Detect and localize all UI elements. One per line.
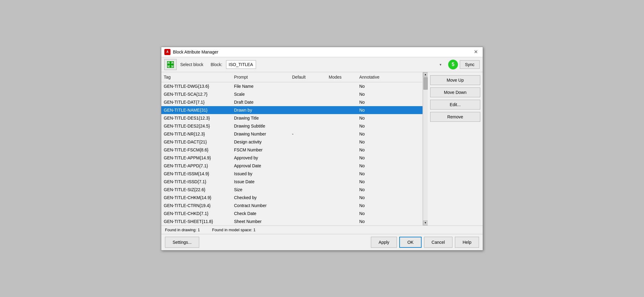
table-cell-default: [290, 107, 326, 113]
remove-button[interactable]: Remove: [430, 112, 480, 122]
sync-badge: 5: [448, 60, 458, 69]
table-cell-prompt: Drawing Title: [232, 115, 290, 121]
title-bar-left: A Block Attribute Manager: [164, 49, 218, 55]
table-cell-tag: GEN-TITLE-SIZ{22.6}: [161, 186, 232, 193]
cancel-button[interactable]: Cancel: [424, 237, 453, 248]
table-cell-annotative: No: [357, 186, 423, 193]
table-cell-default: [290, 210, 326, 217]
bottom-right: Apply OK Cancel Help: [371, 237, 479, 248]
table-row[interactable]: GEN-TITLE-ISSM{14.9}Issued byNo: [161, 170, 423, 178]
close-button[interactable]: ✕: [472, 49, 480, 55]
block-dropdown[interactable]: ISO_TITLEA: [226, 60, 256, 69]
table-cell-default: [290, 91, 326, 98]
table-row[interactable]: GEN-TITLE-DWG{13.6}File NameNo: [161, 82, 423, 90]
table-cell-modes: [326, 83, 357, 90]
table-row[interactable]: GEN-TITLE-CTRN{19.4}Contract NumberNo: [161, 202, 423, 210]
table-cell-default: [290, 115, 326, 121]
table-row[interactable]: GEN-TITLE-SIZ{22.6}SizeNo: [161, 186, 423, 194]
select-block-label: Select block: [180, 62, 203, 67]
settings-button[interactable]: Settings...: [165, 237, 199, 248]
ok-button[interactable]: OK: [399, 237, 421, 248]
table-cell-tag: GEN-TITLE-SHEET{11.8}: [161, 218, 232, 225]
table-cell-default: [290, 139, 326, 145]
table-cell-prompt: Issue Date: [232, 178, 290, 185]
table-cell-annotative: No: [357, 107, 423, 113]
table-cell-tag: GEN-TITLE-ISSM{14.9}: [161, 170, 232, 177]
status-bar: Found in drawing: 1 Found in model space…: [161, 225, 483, 234]
bottom-left: Settings...: [165, 237, 199, 248]
select-block-button[interactable]: [164, 59, 177, 70]
table-cell-annotative: No: [357, 218, 423, 225]
table-row[interactable]: GEN-TITLE-DACT{21}Design activityNo: [161, 138, 423, 146]
table-cell-annotative: No: [357, 83, 423, 90]
table-cell-modes: [326, 202, 357, 209]
table-cell-prompt: Drawing Subtitle: [232, 123, 290, 129]
block-field-label: Block:: [210, 62, 222, 67]
table-row[interactable]: GEN-TITLE-APPM{14.9}Approved byNo: [161, 154, 423, 162]
table-cell-annotative: No: [357, 202, 423, 209]
table-cell-annotative: No: [357, 139, 423, 145]
block-dropdown-wrapper[interactable]: ISO_TITLEA: [226, 60, 445, 69]
main-area: Tag Prompt Default Modes Annotative GEN-…: [161, 72, 483, 225]
header-tag: Tag: [161, 73, 232, 81]
table-cell-modes: [326, 131, 357, 137]
table-row[interactable]: GEN-TITLE-CHKM{14.9}Checked byNo: [161, 194, 423, 202]
table-row[interactable]: GEN-TITLE-NR{12.3}Drawing Number-No: [161, 130, 423, 138]
table-cell-annotative: No: [357, 154, 423, 161]
sync-wrapper: 5 Sync: [448, 60, 480, 69]
table-row[interactable]: GEN-TITLE-DAT{7.1}Draft DateNo: [161, 98, 423, 106]
table-cell-tag: GEN-TITLE-DWG{13.6}: [161, 83, 232, 90]
scroll-up-button[interactable]: ▲: [423, 72, 428, 77]
header-modes: Modes: [326, 73, 357, 81]
toolbar: Select block Block: ISO_TITLEA 5 Sync: [161, 57, 483, 72]
header-prompt: Prompt: [232, 73, 290, 81]
table-cell-tag: GEN-TITLE-DACT{21}: [161, 139, 232, 145]
table-row[interactable]: GEN-TITLE-DES1{12.3}Drawing TitleNo: [161, 114, 423, 122]
table-cell-modes: [326, 194, 357, 201]
table-cell-modes: [326, 210, 357, 217]
table-cell-prompt: Size: [232, 186, 290, 193]
table-cell-modes: [326, 162, 357, 169]
table-row[interactable]: GEN-TITLE-SCA{12.7}ScaleNo: [161, 90, 423, 98]
table-cell-annotative: No: [357, 91, 423, 98]
table-row[interactable]: GEN-TITLE-ISSD{7.1}Issue DateNo: [161, 178, 423, 186]
scrollbar[interactable]: ▲ ▼: [423, 72, 428, 225]
sync-button[interactable]: Sync: [460, 60, 480, 69]
table-cell-prompt: Sheet Number: [232, 218, 290, 225]
table-cell-prompt: Approved by: [232, 154, 290, 161]
table-row[interactable]: GEN-TITLE-CHKD{7.1}Check DateNo: [161, 210, 423, 217]
scroll-track[interactable]: [423, 77, 428, 221]
table-row[interactable]: GEN-TITLE-DES2{24.5}Drawing SubtitleNo: [161, 122, 423, 130]
table-row[interactable]: GEN-TITLE-SHEET{11.8}Sheet NumberNo: [161, 217, 423, 225]
scroll-thumb[interactable]: [423, 77, 428, 90]
table-cell-prompt: File Name: [232, 83, 290, 90]
table-cell-modes: [326, 186, 357, 193]
table-cell-annotative: No: [357, 170, 423, 177]
table-cell-modes: [326, 154, 357, 161]
move-down-button[interactable]: Move Down: [430, 87, 480, 97]
table-cell-tag: GEN-TITLE-ISSD{7.1}: [161, 178, 232, 185]
table-cell-tag: GEN-TITLE-CTRN{19.4}: [161, 202, 232, 209]
table-cell-prompt: Design activity: [232, 139, 290, 145]
table-cell-prompt: Issued by: [232, 170, 290, 177]
table-cell-default: [290, 147, 326, 153]
move-up-button[interactable]: Move Up: [430, 75, 480, 85]
table-row[interactable]: GEN-TITLE-NAME{31}Drawn byNo: [161, 106, 423, 114]
scroll-down-button[interactable]: ▼: [423, 221, 428, 225]
table-cell-annotative: No: [357, 162, 423, 169]
apply-button[interactable]: Apply: [371, 237, 397, 248]
table-cell-tag: GEN-TITLE-APPD{7.1}: [161, 162, 232, 169]
table-row[interactable]: GEN-TITLE-FSCM{8.6}FSCM NumberNo: [161, 146, 423, 154]
help-button[interactable]: Help: [455, 237, 479, 248]
table-cell-tag: GEN-TITLE-DES1{12.3}: [161, 115, 232, 121]
table-cell-prompt: Check Date: [232, 210, 290, 217]
table-cell-default: [290, 123, 326, 129]
table-cell-prompt: Approval Date: [232, 162, 290, 169]
table-cell-default: -: [290, 131, 326, 137]
table-cell-default: [290, 83, 326, 90]
table-cell-default: [290, 218, 326, 225]
table-header: Tag Prompt Default Modes Annotative: [161, 72, 423, 82]
edit-button[interactable]: Edit...: [430, 100, 480, 110]
table-row[interactable]: GEN-TITLE-APPD{7.1}Approval DateNo: [161, 162, 423, 170]
table-body[interactable]: GEN-TITLE-DWG{13.6}File NameNoGEN-TITLE-…: [161, 82, 423, 225]
